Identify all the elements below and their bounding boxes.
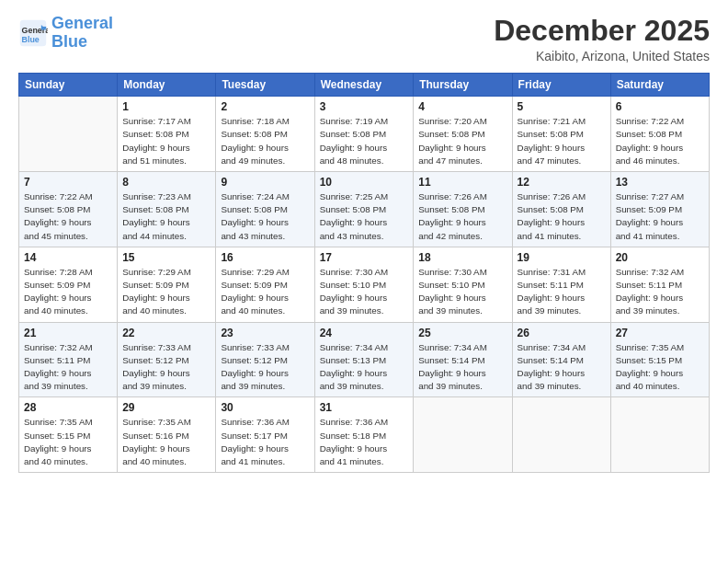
day-info: Sunrise: 7:34 AM Sunset: 5:13 PM Dayligh… — [320, 341, 409, 394]
calendar-cell: 31Sunrise: 7:36 AM Sunset: 5:18 PM Dayli… — [314, 397, 414, 473]
calendar-week-row: 1Sunrise: 7:17 AM Sunset: 5:08 PM Daylig… — [19, 97, 710, 172]
page: General Blue GeneralBlue December 2025 K… — [0, 0, 728, 563]
day-info: Sunrise: 7:25 AM Sunset: 5:08 PM Dayligh… — [320, 190, 409, 243]
svg-rect-4 — [41, 27, 46, 29]
day-number: 2 — [221, 100, 309, 113]
day-number: 25 — [418, 327, 506, 339]
calendar-cell: 5Sunrise: 7:21 AM Sunset: 5:08 PM Daylig… — [512, 97, 610, 172]
day-info: Sunrise: 7:29 AM Sunset: 5:09 PM Dayligh… — [221, 266, 309, 318]
calendar-cell: 14Sunrise: 7:28 AM Sunset: 5:09 PM Dayli… — [19, 247, 118, 322]
day-info: Sunrise: 7:22 AM Sunset: 5:08 PM Dayligh… — [616, 115, 704, 167]
location: Kaibito, Arizona, United States — [494, 49, 710, 63]
calendar-week-row: 7Sunrise: 7:22 AM Sunset: 5:08 PM Daylig… — [19, 172, 710, 247]
calendar-cell — [19, 97, 118, 172]
day-info: Sunrise: 7:19 AM Sunset: 5:08 PM Dayligh… — [320, 115, 409, 167]
day-info: Sunrise: 7:33 AM Sunset: 5:12 PM Dayligh… — [122, 341, 210, 394]
day-info: Sunrise: 7:31 AM Sunset: 5:11 PM Dayligh… — [518, 266, 606, 318]
day-info: Sunrise: 7:18 AM Sunset: 5:08 PM Dayligh… — [221, 115, 309, 167]
day-number: 31 — [320, 401, 409, 414]
calendar-cell: 8Sunrise: 7:23 AM Sunset: 5:08 PM Daylig… — [118, 172, 216, 247]
day-header-sunday: Sunday — [19, 74, 118, 97]
day-header-monday: Monday — [118, 74, 216, 97]
day-number: 14 — [24, 251, 112, 264]
day-info: Sunrise: 7:23 AM Sunset: 5:08 PM Dayligh… — [122, 190, 210, 243]
day-info: Sunrise: 7:30 AM Sunset: 5:10 PM Dayligh… — [320, 266, 409, 318]
day-number: 28 — [24, 401, 112, 414]
day-info: Sunrise: 7:36 AM Sunset: 5:17 PM Dayligh… — [221, 416, 309, 468]
day-info: Sunrise: 7:36 AM Sunset: 5:18 PM Dayligh… — [320, 416, 409, 468]
day-number: 12 — [518, 176, 606, 189]
day-number: 15 — [122, 251, 210, 264]
day-info: Sunrise: 7:26 AM Sunset: 5:08 PM Dayligh… — [418, 190, 506, 243]
day-info: Sunrise: 7:21 AM Sunset: 5:08 PM Dayligh… — [518, 115, 606, 167]
day-number: 29 — [122, 401, 210, 414]
calendar-cell: 1Sunrise: 7:17 AM Sunset: 5:08 PM Daylig… — [118, 97, 216, 172]
day-info: Sunrise: 7:29 AM Sunset: 5:09 PM Dayligh… — [122, 266, 210, 318]
day-info: Sunrise: 7:32 AM Sunset: 5:11 PM Dayligh… — [616, 266, 704, 318]
calendar-cell: 26Sunrise: 7:34 AM Sunset: 5:14 PM Dayli… — [512, 322, 610, 397]
calendar-cell: 10Sunrise: 7:25 AM Sunset: 5:08 PM Dayli… — [314, 172, 414, 247]
calendar-cell: 17Sunrise: 7:30 AM Sunset: 5:10 PM Dayli… — [314, 247, 414, 322]
month-title: December 2025 — [494, 15, 710, 47]
day-number: 16 — [221, 251, 309, 264]
header: General Blue GeneralBlue December 2025 K… — [18, 15, 710, 63]
day-number: 22 — [122, 327, 210, 339]
logo-icon: General Blue — [18, 18, 48, 48]
calendar-cell: 19Sunrise: 7:31 AM Sunset: 5:11 PM Dayli… — [512, 247, 610, 322]
day-info: Sunrise: 7:26 AM Sunset: 5:08 PM Dayligh… — [518, 190, 606, 243]
calendar-cell: 7Sunrise: 7:22 AM Sunset: 5:08 PM Daylig… — [19, 172, 118, 247]
calendar-cell — [512, 397, 610, 473]
day-header-friday: Friday — [512, 74, 610, 97]
svg-text:Blue: Blue — [22, 35, 40, 44]
day-header-saturday: Saturday — [610, 74, 709, 97]
calendar-cell: 22Sunrise: 7:33 AM Sunset: 5:12 PM Dayli… — [118, 322, 216, 397]
calendar-cell: 18Sunrise: 7:30 AM Sunset: 5:10 PM Dayli… — [414, 247, 512, 322]
calendar-cell: 9Sunrise: 7:24 AM Sunset: 5:08 PM Daylig… — [216, 172, 314, 247]
calendar-cell: 25Sunrise: 7:34 AM Sunset: 5:14 PM Dayli… — [414, 322, 512, 397]
day-info: Sunrise: 7:24 AM Sunset: 5:08 PM Dayligh… — [221, 190, 309, 243]
calendar-cell: 2Sunrise: 7:18 AM Sunset: 5:08 PM Daylig… — [216, 97, 314, 172]
title-block: December 2025 Kaibito, Arizona, United S… — [494, 15, 710, 63]
day-number: 10 — [320, 176, 409, 189]
calendar-cell: 13Sunrise: 7:27 AM Sunset: 5:09 PM Dayli… — [610, 172, 709, 247]
day-number: 3 — [320, 100, 409, 113]
day-header-thursday: Thursday — [414, 74, 512, 97]
day-info: Sunrise: 7:35 AM Sunset: 5:15 PM Dayligh… — [616, 341, 704, 394]
day-number: 20 — [616, 251, 704, 264]
day-number: 23 — [221, 327, 309, 339]
calendar-cell — [414, 397, 512, 473]
day-number: 6 — [616, 100, 704, 113]
calendar-cell: 27Sunrise: 7:35 AM Sunset: 5:15 PM Dayli… — [610, 322, 709, 397]
calendar-cell: 6Sunrise: 7:22 AM Sunset: 5:08 PM Daylig… — [610, 97, 709, 172]
day-number: 7 — [24, 176, 112, 189]
calendar-week-row: 14Sunrise: 7:28 AM Sunset: 5:09 PM Dayli… — [19, 247, 710, 322]
day-info: Sunrise: 7:17 AM Sunset: 5:08 PM Dayligh… — [122, 115, 210, 167]
day-info: Sunrise: 7:20 AM Sunset: 5:08 PM Dayligh… — [418, 115, 506, 167]
day-info: Sunrise: 7:32 AM Sunset: 5:11 PM Dayligh… — [24, 341, 112, 394]
day-info: Sunrise: 7:28 AM Sunset: 5:09 PM Dayligh… — [24, 266, 112, 318]
calendar-cell: 15Sunrise: 7:29 AM Sunset: 5:09 PM Dayli… — [118, 247, 216, 322]
day-number: 24 — [320, 327, 409, 339]
calendar-week-row: 21Sunrise: 7:32 AM Sunset: 5:11 PM Dayli… — [19, 322, 710, 397]
day-info: Sunrise: 7:35 AM Sunset: 5:16 PM Dayligh… — [122, 416, 210, 468]
calendar-cell: 29Sunrise: 7:35 AM Sunset: 5:16 PM Dayli… — [118, 397, 216, 473]
day-info: Sunrise: 7:34 AM Sunset: 5:14 PM Dayligh… — [518, 341, 606, 394]
day-number: 9 — [221, 176, 309, 189]
calendar-cell: 21Sunrise: 7:32 AM Sunset: 5:11 PM Dayli… — [19, 322, 118, 397]
calendar-cell: 28Sunrise: 7:35 AM Sunset: 5:15 PM Dayli… — [19, 397, 118, 473]
calendar-cell: 24Sunrise: 7:34 AM Sunset: 5:13 PM Dayli… — [314, 322, 414, 397]
day-number: 8 — [122, 176, 210, 189]
day-number: 5 — [518, 100, 606, 113]
calendar-cell: 12Sunrise: 7:26 AM Sunset: 5:08 PM Dayli… — [512, 172, 610, 247]
logo: General Blue GeneralBlue — [18, 15, 113, 52]
calendar-cell: 23Sunrise: 7:33 AM Sunset: 5:12 PM Dayli… — [216, 322, 314, 397]
logo-name: GeneralBlue — [51, 15, 113, 52]
calendar-cell — [610, 397, 709, 473]
calendar-table: SundayMondayTuesdayWednesdayThursdayFrid… — [18, 73, 710, 473]
day-number: 19 — [518, 251, 606, 264]
day-number: 30 — [221, 401, 309, 414]
day-number: 4 — [418, 100, 506, 113]
calendar-cell: 3Sunrise: 7:19 AM Sunset: 5:08 PM Daylig… — [314, 97, 414, 172]
day-header-wednesday: Wednesday — [314, 74, 414, 97]
calendar-cell: 11Sunrise: 7:26 AM Sunset: 5:08 PM Dayli… — [414, 172, 512, 247]
